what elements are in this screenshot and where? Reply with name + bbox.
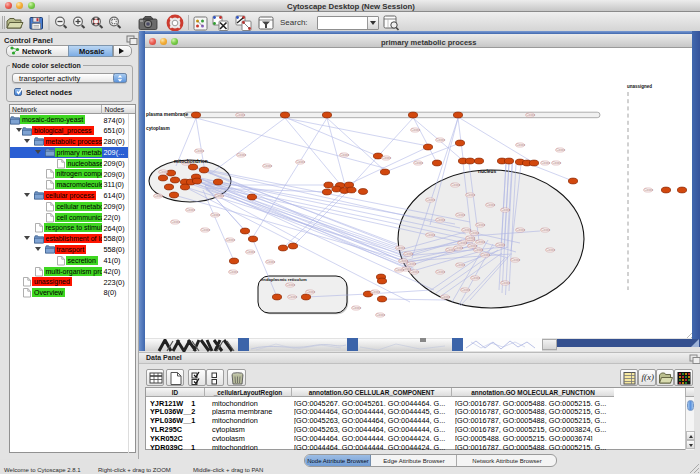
svg-text:Cxxxx: Cxxxx [263, 164, 272, 168]
svg-text:Cxxxx: Cxxxx [395, 268, 404, 272]
svg-text:unassigned: unassigned [627, 84, 652, 89]
svg-text:Cxxxx: Cxxxx [246, 250, 255, 254]
svg-text:plasma membrane: plasma membrane [146, 112, 188, 117]
svg-text:Cxxxx: Cxxxx [526, 113, 535, 117]
svg-text:Cxxxx: Cxxxx [426, 198, 435, 202]
svg-text:Cxxxx: Cxxxx [306, 290, 315, 294]
svg-text:Cxxxx: Cxxxx [404, 252, 413, 256]
svg-text:Cxxxx: Cxxxx [461, 288, 470, 292]
svg-text:Cxxxx: Cxxxx [266, 260, 275, 264]
svg-text:Cxxxx: Cxxxx [237, 153, 246, 157]
svg-text:Cxxxx: Cxxxx [426, 233, 435, 237]
svg-text:Cxxxx: Cxxxx [456, 213, 465, 217]
svg-text:Cxxxx: Cxxxx [352, 306, 361, 310]
svg-text:Cxxxx: Cxxxx [154, 194, 163, 198]
svg-text:mitochondrion: mitochondrion [174, 159, 208, 164]
svg-text:Cxxxx: Cxxxx [466, 193, 475, 197]
svg-text:cytoplasm: cytoplasm [146, 126, 170, 131]
svg-text:Cxxxx: Cxxxx [286, 283, 295, 287]
svg-text:Cxxxx: Cxxxx [215, 194, 224, 198]
svg-text:Cxxxx: Cxxxx [201, 228, 210, 232]
svg-text:Cxxxx: Cxxxx [340, 153, 349, 157]
svg-text:Cxxxx: Cxxxx [296, 160, 305, 164]
svg-text:Cxxxx: Cxxxx [456, 263, 465, 267]
svg-text:Cxxxx: Cxxxx [441, 295, 450, 299]
svg-text:Cxxxx: Cxxxx [471, 276, 480, 280]
svg-text:Cxxxx: Cxxxx [186, 208, 195, 212]
svg-text:Cxxxx: Cxxxx [552, 161, 561, 165]
svg-text:Cxxxx: Cxxxx [411, 128, 420, 132]
svg-text:Cxxxx: Cxxxx [211, 213, 220, 217]
svg-text:Cxxxx: Cxxxx [226, 238, 235, 242]
svg-text:Cxxxx: Cxxxx [511, 258, 520, 262]
svg-text:nucleus: nucleus [478, 169, 496, 174]
svg-text:Cxxxx: Cxxxx [288, 295, 297, 299]
svg-text:Cxxxx: Cxxxx [501, 208, 510, 212]
svg-text:Cxxxx: Cxxxx [481, 253, 490, 257]
svg-text:Cxxxx: Cxxxx [454, 246, 463, 250]
svg-text:Cxxxx: Cxxxx [644, 188, 653, 192]
svg-text:Cxxxx: Cxxxx [371, 290, 380, 294]
svg-text:Cxxxx: Cxxxx [229, 270, 238, 274]
svg-text:Cxxxx: Cxxxx [436, 138, 445, 142]
svg-text:Cxxxx: Cxxxx [171, 220, 180, 224]
svg-text:Cxxxx: Cxxxx [458, 241, 467, 245]
svg-text:Cxxxx: Cxxxx [546, 248, 555, 252]
svg-text:Cxxxx: Cxxxx [486, 203, 495, 207]
svg-text:Cxxxx: Cxxxx [159, 170, 168, 174]
svg-text:Cxxxx: Cxxxx [496, 243, 505, 247]
svg-text:Cxxxx: Cxxxx [541, 161, 550, 165]
svg-text:Cxxxx: Cxxxx [556, 148, 565, 152]
svg-text:endoplasmic reticulum: endoplasmic reticulum [261, 277, 307, 282]
svg-text:Cxxxx: Cxxxx [516, 143, 525, 147]
svg-text:Cxxxx: Cxxxx [414, 161, 423, 165]
svg-text:Cxxxx: Cxxxx [382, 156, 391, 160]
svg-text:Cxxxx: Cxxxx [376, 313, 385, 317]
svg-text:Cxxxx: Cxxxx [436, 270, 445, 274]
svg-text:Cxxxx: Cxxxx [474, 248, 483, 252]
svg-text:Cxxxx: Cxxxx [436, 218, 445, 222]
svg-text:Cxxxx: Cxxxx [516, 228, 525, 232]
svg-text:Cxxxx: Cxxxx [541, 228, 550, 232]
svg-text:Cxxxx: Cxxxx [195, 149, 204, 153]
svg-text:Cxxxx: Cxxxx [451, 183, 460, 187]
svg-text:Cxxxx: Cxxxx [501, 281, 510, 285]
svg-text:Cxxxx: Cxxxx [407, 262, 416, 266]
svg-text:Cxxxx: Cxxxx [470, 231, 479, 235]
svg-text:Cxxxx: Cxxxx [236, 113, 245, 117]
svg-text:Cxxxx: Cxxxx [466, 236, 475, 240]
svg-text:Cxxxx: Cxxxx [410, 270, 419, 274]
svg-text:Cxxxx: Cxxxx [476, 240, 485, 244]
svg-text:Cxxxx: Cxxxx [476, 223, 485, 227]
svg-text:Cxxxx: Cxxxx [396, 246, 405, 250]
